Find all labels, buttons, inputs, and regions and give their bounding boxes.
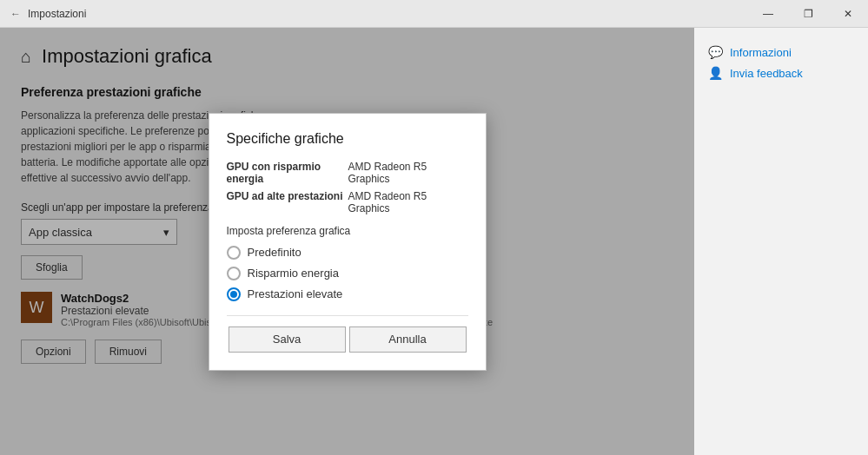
gpu-energy-label: GPU con risparmio energia: [227, 161, 348, 185]
content-area: ⌂ Impostazioni grafica Preferenza presta…: [0, 28, 694, 455]
back-button[interactable]: ←: [10, 8, 21, 20]
gpu-energy-row: GPU con risparmio energia AMD Radeon R5 …: [227, 161, 468, 185]
radio-default-label: Predefinito: [248, 246, 301, 259]
title-bar: ← Impostazioni — ❐ ✕: [0, 0, 868, 28]
radio-option-energy[interactable]: Risparmio energia: [227, 267, 468, 280]
radio-energy-label: Risparmio energia: [248, 267, 340, 280]
radio-dot: [230, 291, 237, 298]
radio-option-high[interactable]: Prestazioni elevate: [227, 287, 468, 301]
gpu-energy-value: AMD Radeon R5 Graphics: [348, 161, 468, 185]
informazioni-link[interactable]: 💬 Informazioni: [708, 45, 854, 59]
save-button[interactable]: Salva: [229, 326, 346, 353]
main-layout: ⌂ Impostazioni grafica Preferenza presta…: [0, 28, 868, 455]
feedback-link[interactable]: 👤 Invia feedback: [708, 66, 854, 80]
radio-energy: [227, 267, 241, 280]
sidebar: 💬 Informazioni 👤 Invia feedback: [694, 28, 868, 455]
feedback-label: Invia feedback: [730, 67, 803, 80]
radio-option-default[interactable]: Predefinito: [227, 246, 468, 260]
restore-button[interactable]: ❐: [788, 0, 828, 28]
feedback-icon: 👤: [708, 66, 723, 80]
radio-default: [227, 246, 241, 260]
cancel-button[interactable]: Annulla: [349, 326, 467, 353]
gpu-high-row: GPU ad alte prestazioni AMD Radeon R5 Gr…: [227, 190, 468, 214]
radio-group: Predefinito Risparmio energia Prestazion…: [227, 246, 468, 301]
window-title: Impostazioni: [28, 8, 86, 20]
gpu-high-label: GPU ad alte prestazioni: [227, 190, 348, 214]
radio-high: [227, 287, 241, 301]
info-icon: 💬: [708, 45, 723, 59]
close-button[interactable]: ✕: [828, 0, 868, 28]
informazioni-label: Informazioni: [730, 46, 792, 59]
dialog-buttons: Salva Annulla: [227, 315, 468, 353]
modal-overlay: Specifiche grafiche GPU con risparmio en…: [0, 28, 694, 455]
dialog-title: Specifiche grafiche: [227, 131, 468, 147]
window-controls: — ❐ ✕: [748, 0, 868, 28]
minimize-button[interactable]: —: [748, 0, 788, 28]
pref-label: Imposta preferenza grafica: [227, 225, 468, 237]
dialog: Specifiche grafiche GPU con risparmio en…: [209, 113, 487, 371]
gpu-high-value: AMD Radeon R5 Graphics: [348, 190, 468, 214]
back-icon: ←: [10, 8, 21, 20]
radio-high-label: Prestazioni elevate: [248, 287, 343, 300]
